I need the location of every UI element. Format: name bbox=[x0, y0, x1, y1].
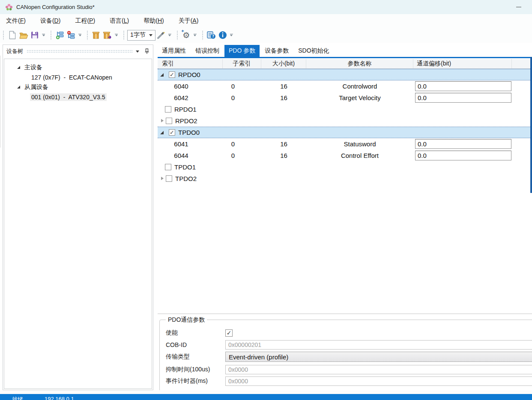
toolbar-grip[interactable] bbox=[123, 30, 125, 40]
cell-subindex: 0 bbox=[205, 140, 261, 148]
byte-size-combobox[interactable]: 1字节 bbox=[127, 30, 155, 41]
tree-node-slave-child[interactable]: 001 (0x01) - ATV320_V3.5 bbox=[4, 92, 152, 102]
transmission-label: 传输类型 bbox=[160, 353, 225, 361]
toolbar-overflow-button[interactable] bbox=[42, 34, 45, 36]
add-device-button[interactable] bbox=[54, 30, 66, 41]
cob-id-input[interactable] bbox=[225, 340, 532, 350]
tpdo0-checkbox[interactable]: ✓ bbox=[169, 129, 175, 136]
group-row-tpdo1[interactable]: TPDO1 bbox=[158, 161, 532, 173]
param-row-6042[interactable]: 6042 0 16 Target Velocity bbox=[158, 92, 532, 104]
menu-about[interactable]: 关于(A) bbox=[174, 15, 203, 27]
byte-size-value: 1字节 bbox=[130, 31, 146, 39]
group-row-rpdo0[interactable]: ✓ RPDO0 bbox=[158, 69, 532, 80]
tab-sdo-init[interactable]: SDO初始化 bbox=[294, 45, 333, 57]
rpdo0-checkbox[interactable]: ✓ bbox=[169, 71, 175, 78]
title-bar: CANopen Configuration Studio* bbox=[0, 0, 532, 14]
tab-general-properties[interactable]: 通用属性 bbox=[158, 45, 190, 57]
group-row-tpdo0[interactable]: ✓ TPDO0 bbox=[158, 127, 532, 138]
cell-index: 6040 bbox=[158, 83, 205, 90]
toolbar-grip[interactable] bbox=[176, 30, 179, 40]
enable-checkbox[interactable]: ✓ bbox=[225, 329, 233, 337]
tpdo1-checkbox[interactable] bbox=[165, 164, 171, 170]
rpdo1-checkbox[interactable] bbox=[165, 106, 171, 113]
column-header-subindex[interactable]: 子索引 bbox=[223, 59, 261, 68]
expander-closed-icon[interactable] bbox=[161, 177, 164, 181]
tab-pdo-parameters[interactable]: PDO 参数 bbox=[224, 45, 260, 57]
expander-icon[interactable] bbox=[17, 86, 20, 89]
main-panel: 通用属性 错误控制 PDO 参数 设备参数 SDO初始化 索引 子索引 大小(b… bbox=[158, 44, 532, 394]
export-package-button[interactable] bbox=[102, 30, 113, 41]
menu-device[interactable]: 设备(D) bbox=[36, 15, 65, 27]
column-header-name[interactable]: 参数名称 bbox=[306, 59, 413, 68]
expander-open-icon[interactable] bbox=[160, 73, 164, 77]
import-package-icon bbox=[92, 31, 101, 39]
offset-input[interactable] bbox=[415, 139, 511, 149]
tree-node-master[interactable]: 主设备 bbox=[4, 62, 152, 72]
toolbar-overflow-button[interactable] bbox=[168, 34, 171, 36]
tab-device-parameters[interactable]: 设备参数 bbox=[260, 45, 293, 57]
panel-menu-chevron-icon[interactable] bbox=[136, 50, 139, 53]
menu-bar: 文件(F) 设备(D) 工程(P) 语言(L) 帮助(H) 关于(A) bbox=[0, 14, 532, 27]
group-label: RPDO0 bbox=[178, 71, 200, 78]
tree-node-slave[interactable]: 从属设备 bbox=[4, 82, 152, 92]
param-row-6040[interactable]: 6040 0 16 Controlword bbox=[158, 80, 532, 92]
column-header-empty bbox=[512, 59, 532, 68]
minimize-button[interactable] bbox=[511, 0, 526, 14]
expander-open-icon[interactable] bbox=[160, 131, 164, 134]
grid-header: 索引 子索引 大小(bit) 参数名称 通道偏移(bit) bbox=[158, 59, 532, 69]
rpdo2-checkbox[interactable] bbox=[166, 118, 172, 124]
toolbar-overflow-button[interactable] bbox=[115, 34, 118, 36]
device-tree-title: 设备树 bbox=[6, 47, 23, 55]
menu-file[interactable]: 文件(F) bbox=[2, 15, 30, 27]
offset-input[interactable] bbox=[415, 81, 511, 91]
offset-input[interactable] bbox=[415, 151, 511, 160]
toolbar-overflow-button[interactable] bbox=[78, 34, 81, 36]
column-header-index[interactable]: 索引 bbox=[158, 59, 223, 68]
settings-button[interactable]: ⚙✦ bbox=[181, 30, 192, 41]
group-row-rpdo1[interactable]: RPDO1 bbox=[158, 104, 532, 115]
tpdo2-checkbox[interactable] bbox=[166, 175, 172, 182]
transmission-combobox[interactable]: Event-driven (profile) bbox=[225, 352, 532, 362]
open-project-button[interactable] bbox=[18, 30, 29, 41]
toolbar-grip[interactable] bbox=[87, 30, 89, 40]
help-manual-button[interactable]: ? bbox=[206, 30, 217, 41]
column-header-size[interactable]: 大小(bit) bbox=[261, 59, 306, 68]
column-header-offset[interactable]: 通道偏移(bit) bbox=[413, 59, 512, 68]
import-package-button[interactable] bbox=[91, 30, 102, 41]
about-info-button[interactable] bbox=[217, 30, 228, 41]
save-button[interactable] bbox=[29, 30, 40, 41]
remove-device-icon bbox=[67, 31, 75, 39]
device-tree-header[interactable]: 设备树 bbox=[3, 45, 153, 58]
pin-icon[interactable] bbox=[144, 48, 149, 54]
toolbar-grip[interactable] bbox=[202, 30, 204, 40]
menu-project[interactable]: 工程(P) bbox=[71, 15, 99, 27]
toolbar-overflow-button[interactable] bbox=[194, 34, 197, 36]
expander-closed-icon[interactable] bbox=[161, 119, 164, 123]
panel-separator bbox=[158, 314, 532, 314]
toolbar: 1字节 ⚙✦ bbox=[0, 27, 532, 43]
new-file-icon bbox=[9, 31, 16, 39]
group-row-rpdo2[interactable]: RPDO2 bbox=[158, 115, 532, 127]
pdo-grid: 索引 子索引 大小(bit) 参数名称 通道偏移(bit) ✓ RPDO0 60… bbox=[158, 58, 532, 229]
expander-icon[interactable] bbox=[17, 66, 20, 69]
inhibit-input[interactable] bbox=[225, 365, 532, 374]
toolbar-grip[interactable] bbox=[50, 30, 52, 40]
event-timer-input[interactable] bbox=[225, 376, 532, 386]
new-file-button[interactable] bbox=[7, 30, 18, 41]
inhibit-row: 抑制时间(100us) bbox=[160, 364, 532, 375]
param-row-6041[interactable]: 6041 0 16 Statusword bbox=[158, 138, 532, 150]
offset-input[interactable] bbox=[415, 93, 511, 103]
tab-error-control[interactable]: 错误控制 bbox=[191, 45, 224, 57]
menu-help[interactable]: 帮助(H) bbox=[139, 15, 168, 27]
vertical-scrollbar[interactable] bbox=[530, 57, 532, 193]
group-row-tpdo2[interactable]: TPDO2 bbox=[158, 173, 532, 184]
tree-node-master-child[interactable]: 127 (0x7F) - ECAT-CANopen bbox=[4, 72, 152, 82]
menu-language[interactable]: 语言(L) bbox=[105, 15, 133, 27]
toolbar-overflow-button[interactable] bbox=[230, 34, 233, 36]
wand-button[interactable] bbox=[155, 30, 167, 41]
toolbar-grip[interactable] bbox=[3, 30, 5, 40]
cell-subindex: 0 bbox=[205, 152, 261, 159]
param-row-6044[interactable]: 6044 0 16 Control Effort bbox=[158, 150, 532, 161]
remove-device-button[interactable] bbox=[66, 30, 77, 41]
group-label: RPDO1 bbox=[174, 106, 197, 113]
